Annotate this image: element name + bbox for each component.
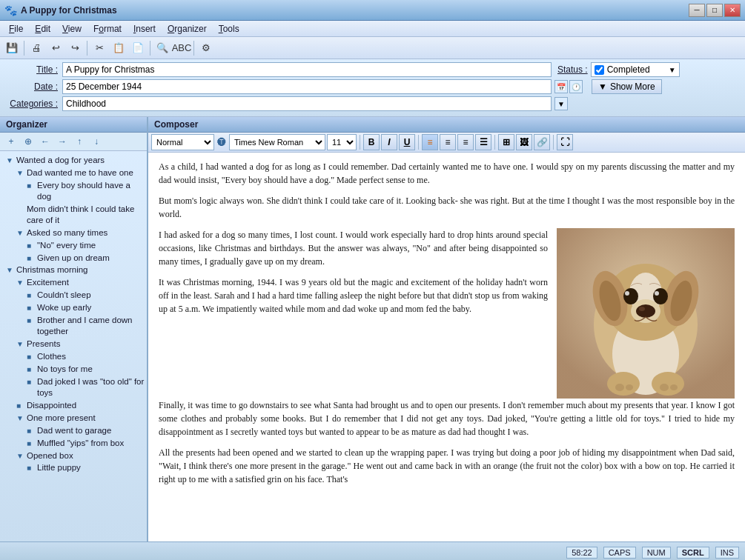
status-dropdown[interactable]: Completed ▼ [591, 62, 680, 77]
list-item[interactable]: ■ Given up on dream [0, 252, 147, 264]
menu-file[interactable]: File [3, 22, 29, 36]
list-item[interactable]: ■ Disappointed [0, 399, 147, 412]
menu-insert[interactable]: Insert [128, 22, 162, 36]
org-move-up-button[interactable]: ↑ [71, 134, 87, 149]
menu-tools[interactable]: Tools [213, 22, 245, 36]
align-justify-button[interactable]: ☰ [475, 134, 491, 150]
save-button[interactable]: 💾 [3, 40, 21, 56]
bold-button[interactable]: B [363, 134, 380, 150]
composer-header: Composer [148, 117, 745, 133]
org-indent-button[interactable]: → [54, 134, 70, 149]
title-input[interactable] [62, 62, 552, 77]
insert-link-button[interactable]: 🔗 [534, 134, 550, 150]
bullet-icon: ■ [27, 253, 37, 263]
list-item[interactable]: ■ Dad joked I was "too old" for toys [0, 376, 147, 399]
list-item[interactable]: ■ Little puppy [0, 461, 147, 474]
menu-organizer[interactable]: Organizer [162, 22, 213, 36]
date-row: Date : 📅 🕐 ▼ Show More [6, 79, 739, 94]
font-select[interactable]: Times New Roman Arial Courier New [229, 134, 325, 150]
list-item[interactable]: ▼ Wanted a dog for years [0, 154, 147, 167]
style-select[interactable]: Normal Heading 1 Heading 2 Heading 3 [151, 134, 214, 150]
svg-point-18 [652, 372, 684, 396]
list-item[interactable]: ▼ Dad wanted me to have one [0, 167, 147, 179]
fmt-separator-2 [418, 135, 419, 150]
list-item[interactable]: Mom didn't think I could take care of it [0, 203, 147, 227]
align-center-button[interactable]: ≡ [440, 134, 456, 150]
print-button[interactable]: 🖨 [27, 40, 45, 56]
undo-button[interactable]: ↩ [47, 40, 64, 56]
tree-node-label: Couldn't sleep [37, 290, 91, 301]
italic-button[interactable]: I [381, 134, 397, 150]
status-checkbox[interactable] [595, 65, 604, 75]
org-outdent-button[interactable]: ← [37, 134, 53, 149]
menu-edit[interactable]: Edit [29, 22, 56, 36]
show-more-area: ▼ Show More [589, 79, 662, 94]
close-button[interactable]: ✕ [724, 4, 741, 17]
align-right-button[interactable]: ≡ [457, 134, 474, 150]
list-item[interactable]: ■ Woke up early [0, 301, 147, 314]
bullet-icon: ■ [27, 463, 37, 473]
status-area: Status : Completed ▼ [557, 62, 680, 77]
organizer-toolbar: + ⊕ ← → ↑ ↓ [0, 133, 147, 151]
show-more-button[interactable]: ▼ Show More [592, 79, 662, 94]
org-add-button[interactable]: + [3, 134, 19, 149]
tree-node-label: One more present [27, 413, 96, 424]
size-select[interactable]: 8910 111214 1618 [327, 134, 357, 150]
toolbar-separator-1 [24, 41, 24, 56]
title-row: Title : Status : Completed ▼ [6, 62, 739, 77]
list-item[interactable]: ▼ Presents [0, 338, 147, 350]
org-add-child-button[interactable]: ⊕ [20, 134, 36, 149]
settings-button[interactable]: ⚙ [197, 40, 215, 56]
menu-format[interactable]: Format [87, 22, 128, 36]
fullscreen-button[interactable]: ⛶ [557, 134, 573, 150]
insert-image-button[interactable]: 🖼 [516, 134, 532, 150]
list-item[interactable]: ▼ Asked so many times [0, 227, 147, 239]
composer-content[interactable]: As a child, I had wanted a dog for as lo… [148, 153, 745, 541]
cut-button[interactable]: ✂ [90, 40, 108, 56]
categories-dropdown-arrow[interactable]: ▼ [554, 97, 568, 110]
content-with-image: I had asked for a dog so many times, I l… [159, 228, 735, 399]
list-item[interactable]: ■ Every boy should have a dog [0, 179, 147, 203]
date-input[interactable] [62, 79, 552, 94]
underline-button[interactable]: U [399, 134, 415, 150]
list-item[interactable]: ■ Brother and I came down together [0, 314, 147, 338]
align-left-button[interactable]: ≡ [422, 134, 438, 150]
insert-table-button[interactable]: ⊞ [498, 134, 514, 150]
menu-bar: File Edit View Format Insert Organizer T… [0, 21, 745, 37]
list-item[interactable]: ■ Muffled "yips" from box [0, 437, 147, 450]
tree-node-label: Opened box [27, 450, 73, 461]
list-item[interactable]: ▼ One more present [0, 412, 147, 424]
menu-view[interactable]: View [56, 22, 87, 36]
categories-input[interactable] [62, 96, 552, 111]
bullet-icon: ■ [27, 426, 37, 436]
tree-toggle-icon: ▼ [16, 451, 27, 461]
chevron-down-icon: ▼ [669, 66, 676, 74]
redo-button[interactable]: ↪ [66, 40, 84, 56]
main-area: Organizer + ⊕ ← → ↑ ↓ ▼ Wanted a dog for… [0, 117, 745, 541]
tree-node-label: Every boy should have a dog [37, 180, 147, 202]
clock-icon-btn[interactable]: 🕐 [569, 80, 583, 93]
list-item[interactable]: ■ Dad went to garage [0, 424, 147, 437]
list-item[interactable]: ■ No toys for me [0, 363, 147, 376]
copy-button[interactable]: 📋 [110, 40, 128, 56]
list-item[interactable]: ▼ Opened box [0, 450, 147, 462]
list-item[interactable]: ▼ Christmas morning [0, 264, 147, 276]
list-item[interactable]: ▼ Excitement [0, 276, 147, 289]
minimize-button[interactable]: ─ [689, 4, 705, 17]
tree-node-label: Wanted a dog for years [16, 155, 105, 166]
tree-node-label: Disappointed [27, 400, 76, 411]
list-item[interactable]: ■ "No" every time [0, 239, 147, 252]
fmt-separator-4 [553, 135, 554, 150]
search-button[interactable]: 🔍 [153, 40, 171, 56]
org-move-down-button[interactable]: ↓ [88, 134, 105, 149]
list-item[interactable]: ■ Clothes [0, 350, 147, 363]
spellcheck-button[interactable]: ABC [173, 40, 191, 56]
paste-button[interactable]: 📄 [129, 40, 147, 56]
show-more-label: Show More [610, 81, 655, 92]
tree-node-label: Mom didn't think I could take care of it [27, 204, 147, 226]
maximize-button[interactable]: □ [706, 4, 723, 17]
list-item[interactable]: ■ Couldn't sleep [0, 289, 147, 301]
calendar-icon-btn[interactable]: 📅 [554, 80, 568, 93]
window-title: A Puppy for Christmas [21, 5, 689, 16]
fmt-separator-1 [360, 135, 360, 150]
